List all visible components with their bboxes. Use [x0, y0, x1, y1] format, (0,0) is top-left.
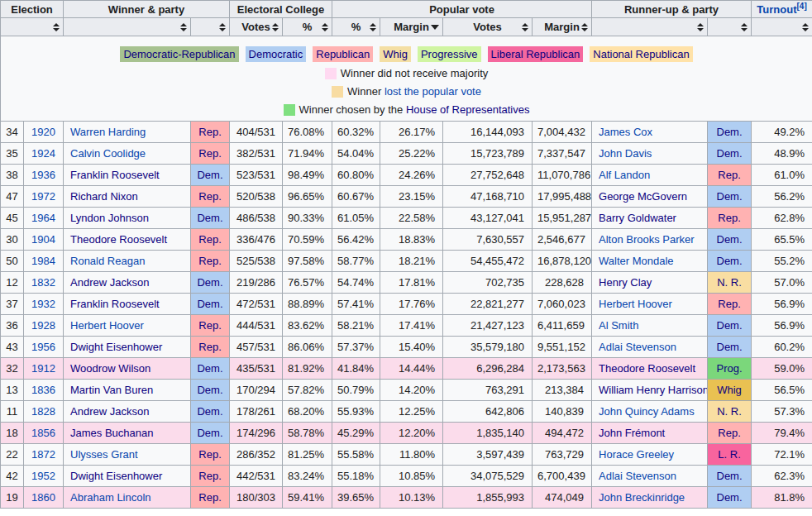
- sort-popular-votes[interactable]: Votes: [443, 18, 533, 36]
- winner-party-link[interactable]: Rep.: [198, 233, 221, 246]
- year-link[interactable]: 1920: [31, 126, 55, 138]
- sort-runner-party[interactable]: [708, 18, 752, 36]
- runner-party-link[interactable]: Dem.: [717, 470, 743, 482]
- year-link[interactable]: 1912: [31, 362, 55, 375]
- runner-up-link[interactable]: John Davis: [599, 147, 652, 160]
- runner-party-link[interactable]: Dem.: [717, 319, 743, 332]
- winner-link[interactable]: Theodore Roosevelt: [70, 233, 167, 246]
- year-link[interactable]: 1856: [31, 427, 55, 439]
- runner-up-link[interactable]: Barry Goldwater: [599, 212, 676, 224]
- sort-electoral-votes[interactable]: Votes: [230, 18, 283, 36]
- year-link[interactable]: 1832: [31, 276, 55, 289]
- winner-party-link[interactable]: Dem.: [197, 298, 222, 310]
- party-link[interactable]: National Republican: [593, 48, 689, 60]
- runner-party-link[interactable]: Dem.: [717, 255, 743, 267]
- runner-up-link[interactable]: John Quincy Adams: [599, 405, 695, 418]
- winner-party-link[interactable]: Rep.: [198, 319, 221, 332]
- runner-party-link[interactable]: Whig: [717, 384, 742, 396]
- winner-party-link[interactable]: Rep.: [198, 448, 221, 461]
- winner-link[interactable]: Lyndon Johnson: [70, 212, 149, 224]
- runner-up-link[interactable]: James Cox: [599, 126, 652, 138]
- winner-link[interactable]: Warren Harding: [70, 126, 146, 138]
- year-link[interactable]: 1872: [31, 448, 55, 461]
- year-link[interactable]: 1928: [31, 319, 55, 332]
- sort-electoral-pct[interactable]: %: [283, 18, 332, 36]
- winner-link[interactable]: Martin Van Buren: [70, 384, 153, 396]
- winner-party-link[interactable]: Rep.: [198, 470, 221, 482]
- winner-party-link[interactable]: Rep.: [198, 126, 221, 138]
- runner-up-link[interactable]: Alton Brooks Parker: [599, 233, 695, 246]
- runner-up-link[interactable]: Al Smith: [599, 319, 638, 332]
- lost-popular-vote-link[interactable]: lost the popular vote: [385, 85, 481, 98]
- runner-party-link[interactable]: Rep.: [718, 169, 740, 181]
- runner-up-link[interactable]: John Frémont: [599, 427, 665, 439]
- year-link[interactable]: 1956: [31, 341, 55, 353]
- winner-party-link[interactable]: Dem.: [197, 212, 222, 224]
- runner-party-link[interactable]: Dem.: [717, 341, 743, 353]
- runner-party-link[interactable]: Rep.: [718, 427, 740, 439]
- winner-party-link[interactable]: Rep.: [198, 190, 221, 203]
- runner-party-link[interactable]: N. R.: [717, 405, 742, 418]
- sort-runner-up[interactable]: [592, 18, 708, 36]
- runner-up-link[interactable]: Herbert Hoover: [599, 298, 672, 310]
- sort-popular-pct[interactable]: %: [332, 18, 380, 36]
- turnout-footnote-link[interactable]: [4]: [796, 1, 806, 10]
- winner-link[interactable]: Calvin Coolidge: [70, 147, 146, 160]
- winner-link[interactable]: Andrew Jackson: [70, 276, 149, 289]
- house-of-representatives-link[interactable]: House of Representatives: [406, 103, 530, 116]
- year-link[interactable]: 1836: [31, 384, 55, 396]
- runner-party-link[interactable]: L. R.: [718, 448, 740, 461]
- turnout-link[interactable]: Turnout: [757, 3, 796, 16]
- sort-winner[interactable]: [64, 18, 191, 36]
- party-link[interactable]: Republican: [316, 48, 370, 60]
- runner-up-link[interactable]: Theodore Roosevelt: [599, 362, 695, 375]
- runner-up-link[interactable]: Henry Clay: [599, 276, 652, 289]
- party-link[interactable]: Whig: [383, 48, 408, 60]
- year-link[interactable]: 1952: [31, 470, 55, 482]
- runner-up-link[interactable]: George McGovern: [599, 190, 687, 203]
- runner-party-link[interactable]: Dem.: [717, 190, 743, 203]
- year-link[interactable]: 1932: [31, 298, 55, 310]
- runner-up-link[interactable]: Walter Mondale: [599, 255, 674, 267]
- year-link[interactable]: 1964: [31, 212, 55, 224]
- winner-party-link[interactable]: Dem.: [197, 384, 222, 396]
- runner-up-link[interactable]: Horace Greeley: [599, 448, 674, 461]
- runner-party-link[interactable]: Dem.: [717, 126, 743, 138]
- winner-link[interactable]: Dwight Eisenhower: [70, 470, 162, 482]
- party-link[interactable]: Democratic-Republican: [123, 48, 235, 60]
- sort-turnout[interactable]: [752, 18, 812, 36]
- winner-party-link[interactable]: Rep.: [198, 255, 221, 267]
- party-link[interactable]: Democratic: [249, 48, 303, 60]
- year-link[interactable]: 1828: [31, 405, 55, 418]
- winner-link[interactable]: Woodrow Wilson: [70, 362, 150, 375]
- year-link[interactable]: 1936: [31, 169, 55, 181]
- runner-up-link[interactable]: William Henry Harrison: [599, 384, 708, 396]
- party-link[interactable]: Liberal Republican: [491, 48, 580, 60]
- sort-winner-party[interactable]: [191, 18, 230, 36]
- runner-party-link[interactable]: Prog.: [716, 362, 742, 375]
- winner-party-link[interactable]: Dem.: [197, 405, 222, 418]
- runner-party-link[interactable]: N. R.: [717, 276, 742, 289]
- party-link[interactable]: Progressive: [421, 48, 478, 60]
- winner-link[interactable]: Andrew Jackson: [70, 405, 149, 418]
- year-link[interactable]: 1904: [31, 233, 55, 246]
- winner-party-link[interactable]: Dem.: [197, 362, 222, 375]
- winner-link[interactable]: Ronald Reagan: [70, 255, 145, 267]
- runner-up-link[interactable]: Adlai Stevenson: [599, 341, 676, 353]
- runner-up-link[interactable]: John Breckinridge: [599, 491, 685, 504]
- sort-popular-margin-pct[interactable]: Margin: [380, 18, 443, 36]
- winner-link[interactable]: Herbert Hoover: [70, 319, 144, 332]
- winner-link[interactable]: Abraham Lincoln: [70, 491, 151, 504]
- runner-party-link[interactable]: Dem.: [717, 491, 743, 504]
- sort-election[interactable]: [1, 18, 64, 36]
- winner-party-link[interactable]: Rep.: [198, 147, 221, 160]
- winner-link[interactable]: Ulysses Grant: [70, 448, 138, 461]
- winner-link[interactable]: Franklin Roosevelt: [70, 169, 160, 181]
- runner-party-link[interactable]: Dem.: [717, 233, 743, 246]
- sort-popular-margin-votes[interactable]: Margin: [533, 18, 592, 36]
- runner-party-link[interactable]: Rep.: [718, 298, 740, 310]
- runner-up-link[interactable]: Adlai Stevenson: [599, 470, 676, 482]
- winner-party-link[interactable]: Rep.: [198, 341, 221, 353]
- year-link[interactable]: 1972: [31, 190, 55, 203]
- winner-party-link[interactable]: Dem.: [197, 427, 222, 439]
